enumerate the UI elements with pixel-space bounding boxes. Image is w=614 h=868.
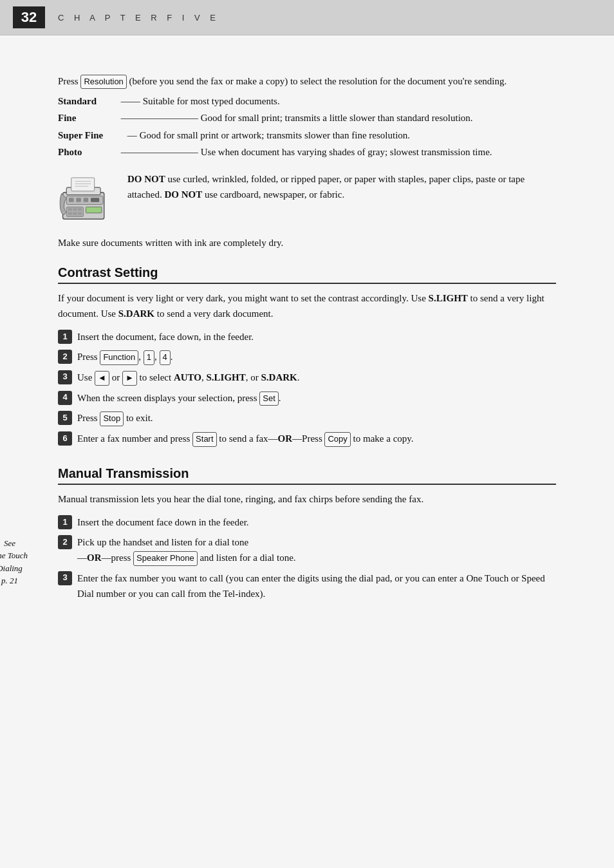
do-not-2: DO NOT	[164, 189, 202, 200]
manual-step-text-2: Pick up the handset and listen for a dia…	[77, 534, 556, 566]
intro-paragraph: Press Resolution (before you send the fa…	[58, 74, 556, 89]
contrast-steps: 1 Insert the document, face down, in the…	[58, 329, 556, 447]
step-text-6: Enter a fax number and press Start to se…	[77, 431, 556, 447]
svg-rect-7	[69, 198, 74, 202]
res-fine: Fine ———————— Good for small print; tran…	[58, 111, 556, 126]
res-photo-dash: ————————	[116, 145, 201, 160]
step-item: 5 Press Stop to exit.	[58, 410, 556, 426]
key-1: 1	[144, 350, 154, 365]
intro-rest: (before you send the fax or make a copy)…	[129, 76, 507, 86]
res-photo: Photo ———————— Use when document has var…	[58, 145, 556, 160]
contrast-intro: If your document is very light or very d…	[58, 290, 556, 321]
sidebar-note: SeeOne TouchDialingp. 21	[0, 537, 45, 587]
right-arrow-key: ►	[122, 371, 137, 386]
svg-rect-18	[86, 207, 102, 212]
copy-key: Copy	[324, 432, 350, 447]
speaker-phone-key: Speaker Phone	[133, 551, 198, 566]
chapter-title: C H A P T E R F I V E	[58, 13, 219, 23]
svg-rect-2	[71, 178, 95, 191]
res-superfine-dash: —	[122, 128, 140, 143]
intro-block: Press Resolution (before you send the fa…	[58, 74, 556, 165]
manual-intro: Manual transmission lets you hear the di…	[58, 491, 556, 507]
left-arrow-key: ◄	[95, 371, 109, 386]
svg-rect-12	[68, 208, 72, 211]
res-fine-desc: Good for small print; transmits a little…	[201, 111, 556, 126]
set-key: Set	[259, 392, 279, 406]
press-label: Press	[58, 76, 79, 86]
step-item: 4 When the screen displays your selectio…	[58, 390, 556, 406]
step-text-1: Insert the document, face down, in the f…	[77, 329, 556, 344]
key-4: 4	[160, 350, 171, 365]
res-superfine-desc: Good for small print or artwork; transmi…	[140, 128, 556, 143]
step-number-4: 4	[58, 391, 72, 405]
res-photo-desc: Use when document has varying shades of …	[201, 145, 556, 160]
res-standard-desc: Suitable for most typed documents.	[143, 94, 556, 109]
step-item: 3 Enter the fax number you want to call …	[58, 571, 556, 601]
res-fine-dash: ————————	[116, 111, 201, 126]
step-text-4: When the screen displays your selection,…	[77, 390, 556, 406]
resolution-table: Standard —— Suitable for most typed docu…	[58, 94, 556, 160]
step-item: 2 Pick up the handset and listen for a d…	[58, 534, 556, 566]
step-item: 1 Insert the document, face down, in the…	[58, 329, 556, 344]
manual-step-number-1: 1	[58, 515, 72, 529]
start-key: Start	[192, 432, 216, 447]
contrast-section: Contrast Setting If your document is ver…	[58, 265, 556, 447]
do-not-1: DO NOT	[127, 174, 165, 184]
function-key: Function	[100, 350, 138, 365]
res-superfine: Super Fine — Good for small print or art…	[58, 128, 556, 143]
main-content: Press Resolution (before you send the fa…	[0, 35, 614, 632]
manual-step-number-2: 2	[58, 535, 72, 549]
svg-rect-13	[73, 208, 77, 211]
page: 32 C H A P T E R F I V E Press Resolutio…	[0, 0, 614, 868]
step-item: 2 Press Function, 1, 4.	[58, 349, 556, 365]
svg-rect-14	[78, 208, 82, 211]
manual-step-text-3: Enter the fax number you want to call (y…	[77, 571, 556, 601]
manual-step-number-3: 3	[58, 571, 72, 585]
resolution-key: Resolution	[80, 75, 126, 89]
res-standard-dash: ——	[116, 94, 143, 109]
res-photo-label: Photo	[58, 145, 116, 160]
step-item: 6 Enter a fax number and press Start to …	[58, 431, 556, 447]
res-standard-label: Standard	[58, 94, 116, 109]
res-fine-label: Fine	[58, 111, 116, 126]
manual-transmission-section: Manual Transmission Manual transmission …	[58, 466, 556, 601]
res-standard: Standard —— Suitable for most typed docu…	[58, 94, 556, 109]
step-item: 3 Use ◄ or ► to select AUTO, S.LIGHT, or…	[58, 370, 556, 386]
make-sure-text: Make sure documents written with ink are…	[58, 236, 556, 250]
warning-text: DO NOT use curled, wrinkled, folded, or …	[127, 171, 556, 202]
chapter-number: 32	[13, 6, 45, 28]
step-item: 1 Insert the document face down in the f…	[58, 514, 556, 530]
step-text-5: Press Stop to exit.	[77, 410, 556, 426]
warning-block: DO NOT use curled, wrinkled, folded, or …	[58, 171, 556, 228]
svg-rect-17	[78, 212, 82, 214]
step-number-2: 2	[58, 350, 72, 364]
contrast-heading: Contrast Setting	[58, 265, 556, 284]
svg-rect-16	[73, 212, 77, 214]
warning-paragraph: DO NOT use curled, wrinkled, folded, or …	[127, 171, 556, 202]
step-text-2: Press Function, 1, 4.	[77, 349, 556, 365]
step-number-6: 6	[58, 431, 72, 446]
page-header: 32 C H A P T E R F I V E	[0, 0, 614, 35]
svg-rect-9	[84, 198, 89, 202]
svg-rect-10	[91, 198, 99, 202]
res-superfine-label: Super Fine	[58, 128, 122, 143]
step-text-3: Use ◄ or ► to select AUTO, S.LIGHT, or S…	[77, 370, 556, 386]
stop-key: Stop	[100, 411, 124, 426]
step-number-5: 5	[58, 411, 72, 425]
sidebar-note-text: SeeOne TouchDialingp. 21	[0, 538, 28, 586]
fax-icon-container	[58, 174, 116, 228]
manual-steps: 1 Insert the document face down in the f…	[58, 514, 556, 601]
fax-icon	[58, 174, 113, 225]
step-number-1: 1	[58, 330, 72, 344]
svg-rect-15	[68, 212, 72, 214]
step-number-3: 3	[58, 370, 72, 384]
intro-text: Press Resolution (before you send the fa…	[58, 74, 556, 165]
manual-step-text-1: Insert the document face down in the fee…	[77, 514, 556, 530]
svg-rect-8	[76, 198, 81, 202]
manual-heading: Manual Transmission	[58, 466, 556, 485]
